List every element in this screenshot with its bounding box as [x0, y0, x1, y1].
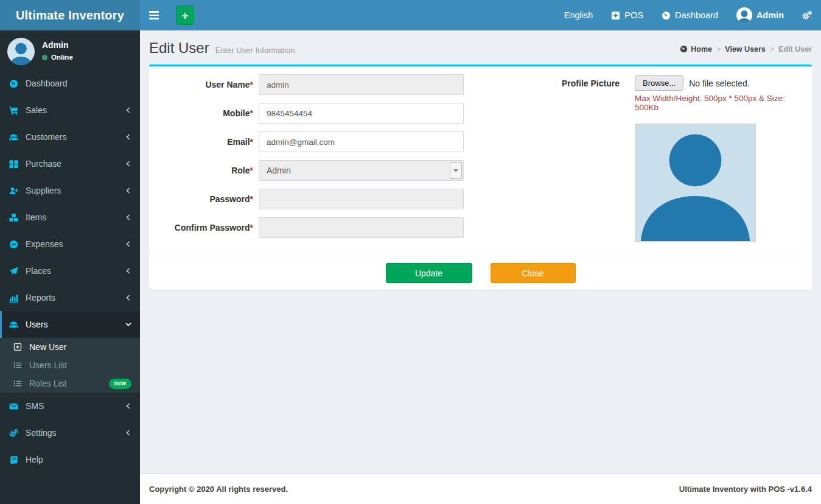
page-title: Edit User	[149, 40, 209, 57]
sidebar-item-help[interactable]: Help	[0, 446, 140, 473]
required-asterisk: *	[250, 137, 253, 147]
copyright-text: Copyright © 2020 All rights reserved.	[149, 485, 288, 494]
nav-item-language[interactable]: English	[555, 0, 603, 30]
profile-picture-label: Profile Picture	[562, 74, 635, 242]
user-name-field[interactable]	[259, 74, 464, 95]
chevron-left-icon	[125, 430, 131, 436]
user-avatar-icon	[736, 7, 752, 23]
list-icon	[13, 361, 29, 369]
chevron-left-icon	[125, 187, 131, 194]
gears-icon	[9, 429, 26, 438]
breadcrumb-current: Edit User	[778, 45, 812, 54]
envelope-icon	[9, 402, 26, 411]
bar-chart-icon	[9, 293, 26, 303]
cubes-icon	[9, 213, 26, 222]
home-dashboard-icon	[680, 45, 688, 53]
mobile-field[interactable]	[259, 103, 464, 124]
navbar-right: English POS Dashboard Admin	[555, 0, 821, 30]
profile-picture-preview	[635, 124, 756, 242]
breadcrumb-view-users[interactable]: View Users	[725, 45, 765, 54]
password-field[interactable]	[259, 189, 464, 209]
content-header: Edit User Enter User Information Home > …	[140, 30, 821, 65]
sidebar-subitem-new-user[interactable]: New User	[0, 338, 140, 356]
nav-user-menu[interactable]: Admin	[727, 0, 793, 30]
box-footer: Update Close	[149, 256, 812, 290]
sidebar-item-reports[interactable]: Reports	[0, 284, 140, 311]
users-icon	[9, 320, 26, 329]
cart-icon	[9, 106, 26, 115]
users-submenu: New User Users List Roles List new	[0, 338, 140, 393]
sidebar-toggle-button[interactable]	[140, 0, 168, 30]
sidebar-item-sms[interactable]: SMS	[0, 393, 140, 419]
nav-item-pos[interactable]: POS	[602, 0, 652, 30]
sidebar-item-expenses[interactable]: Expenses	[0, 231, 140, 257]
nav-settings-button[interactable]	[793, 0, 821, 30]
form-row-role: Role* Admin	[161, 160, 505, 181]
version-text: Ultimate Inventory with POS -v1.6.4	[679, 485, 812, 494]
chevron-left-icon	[125, 268, 131, 274]
sidebar-item-settings[interactable]: Settings	[0, 419, 140, 446]
dashboard-icon	[662, 11, 671, 20]
sidebar-user-status[interactable]: Online	[42, 54, 73, 61]
chevron-left-icon	[125, 134, 131, 140]
confirm-password-field[interactable]	[259, 217, 464, 238]
close-button[interactable]: Close	[491, 263, 576, 283]
form-row-email: Email*	[161, 131, 505, 152]
email-field[interactable]	[259, 131, 464, 152]
quick-add-button[interactable]: +	[176, 5, 194, 25]
select-caret-box	[450, 162, 462, 179]
grid-icon	[9, 159, 26, 169]
sidebar-menu: Dashboard Sales Customers Purchase Suppl…	[0, 70, 140, 338]
chevron-left-icon	[125, 107, 131, 113]
breadcrumb-separator: >	[770, 45, 774, 54]
content-wrapper: Edit User Enter User Information Home > …	[140, 30, 821, 474]
main-header: Ultimate Inventory + English POS Dashboa…	[0, 0, 821, 30]
minus-circle-icon	[9, 240, 26, 249]
sidebar-item-purchase[interactable]: Purchase	[0, 150, 140, 177]
breadcrumb-home[interactable]: Home	[680, 45, 712, 54]
chevron-left-icon	[125, 295, 131, 301]
edit-user-box: User Name* Mobile* Email* Role* Admin	[149, 65, 812, 290]
gears-icon	[802, 10, 812, 20]
app-logo[interactable]: Ultimate Inventory	[0, 0, 140, 30]
sidebar-item-items[interactable]: Items	[0, 204, 140, 231]
list-icon	[13, 379, 29, 388]
sidebar-user-name: Admin	[42, 40, 73, 50]
person-silhouette-icon	[636, 125, 755, 241]
edit-user-form: User Name* Mobile* Email* Role* Admin	[161, 74, 505, 242]
new-badge: new	[109, 379, 131, 389]
app-title: Ultimate Inventory	[16, 9, 124, 23]
upload-size-note: Max Width/Height: 500px * 500px & Size: …	[635, 94, 803, 112]
plus-square-icon	[611, 11, 620, 20]
sidebar: Admin Online Dashboard Sales Customers P…	[0, 30, 140, 504]
required-asterisk: *	[250, 108, 253, 118]
profile-picture-section: Profile Picture Browse... No file select…	[562, 74, 803, 242]
form-row-password: Password*	[161, 189, 505, 209]
sidebar-item-places[interactable]: Places	[0, 257, 140, 284]
sidebar-subitem-users-list[interactable]: Users List	[0, 356, 140, 374]
caret-down-icon	[453, 169, 458, 172]
sidebar-item-customers[interactable]: Customers	[0, 124, 140, 150]
required-asterisk: *	[250, 194, 253, 204]
user-plus-icon	[9, 186, 26, 195]
browse-button[interactable]: Browse...	[635, 75, 683, 91]
file-status-text: No file selected.	[689, 79, 750, 88]
main-footer: Copyright © 2020 All rights reserved. Ul…	[140, 474, 821, 504]
sidebar-subitem-roles-list[interactable]: Roles List new	[0, 374, 140, 393]
form-row-mobile: Mobile*	[161, 103, 505, 124]
nav-item-dashboard[interactable]: Dashboard	[652, 0, 727, 30]
hamburger-icon	[149, 11, 159, 12]
top-navbar: + English POS Dashboard Admin	[140, 0, 821, 30]
update-button[interactable]: Update	[386, 263, 472, 283]
form-row-user-name: User Name*	[161, 74, 505, 95]
sidebar-item-users[interactable]: Users	[0, 311, 140, 338]
chevron-down-icon	[125, 321, 131, 327]
role-select[interactable]: Admin	[259, 160, 464, 181]
page-subtitle: Enter User Information	[215, 46, 295, 55]
breadcrumb-separator: >	[716, 45, 721, 54]
sidebar-item-suppliers[interactable]: Suppliers	[0, 177, 140, 204]
sidebar-item-dashboard[interactable]: Dashboard	[0, 70, 140, 97]
plus-square-outline-icon	[13, 343, 29, 351]
sidebar-item-sales[interactable]: Sales	[0, 97, 140, 124]
chevron-left-icon	[125, 161, 131, 167]
